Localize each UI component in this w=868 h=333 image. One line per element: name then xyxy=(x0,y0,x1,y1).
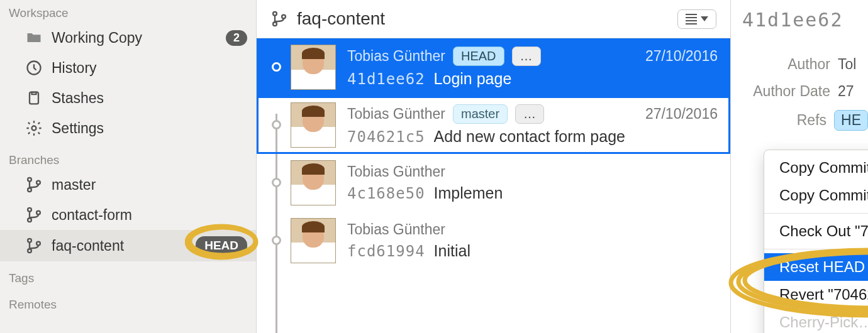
svg-point-11 xyxy=(36,242,40,246)
sidebar-section-workspace: Workspace xyxy=(0,3,256,23)
detail-date-value: 27 xyxy=(838,83,854,100)
detail-refs-label: Refs xyxy=(742,112,826,129)
sidebar-item-working-copy[interactable]: Working Copy 2 xyxy=(0,23,256,53)
commit-hash: fcd61994 xyxy=(347,243,425,260)
avatar xyxy=(291,218,336,263)
sidebar-label: master xyxy=(52,177,247,194)
sidebar-item-settings[interactable]: Settings xyxy=(0,113,256,143)
svg-point-2 xyxy=(32,126,36,131)
branch-icon xyxy=(270,10,288,28)
context-menu: Copy Commit Hash to Clipboard Copy Commi… xyxy=(764,150,868,333)
commit-message: Add new contact form page xyxy=(434,128,625,146)
sidebar-item-master[interactable]: master xyxy=(0,170,256,200)
chevron-down-icon xyxy=(701,16,708,21)
commit-date: 27/10/2016 xyxy=(645,48,718,65)
commit-message: Login page xyxy=(434,70,512,88)
svg-point-4 xyxy=(28,188,31,192)
clock-icon xyxy=(25,59,43,77)
head-badge: HEAD xyxy=(453,46,504,66)
ctx-checkout[interactable]: Check Out "704621c5" xyxy=(764,217,868,245)
commit-row[interactable]: Tobias Günther 4c168e50 Implemen xyxy=(257,154,730,212)
branch-icon xyxy=(25,237,43,254)
commit-hash: 704621c5 xyxy=(347,128,425,146)
svg-point-15 xyxy=(273,22,277,26)
ctx-copy-info[interactable]: Copy Commit Info to Clipboard xyxy=(764,182,868,209)
sidebar-label: Stashes xyxy=(52,90,247,107)
svg-point-6 xyxy=(28,208,31,212)
working-copy-badge: 2 xyxy=(226,30,247,46)
commit-author: Tobias Günther xyxy=(347,221,445,238)
commit-author: Tobias Günther xyxy=(347,163,445,180)
list-icon xyxy=(686,14,697,25)
sidebar-section-tags: Tags xyxy=(0,268,256,288)
panel-header: faq-content xyxy=(257,0,730,38)
commit-row[interactable]: Tobias Günther HEAD … 27/10/2016 41d1ee6… xyxy=(257,38,730,96)
view-mode-button[interactable] xyxy=(677,9,716,29)
sidebar-section-branches: Branches xyxy=(0,150,256,170)
svg-point-5 xyxy=(36,181,40,185)
sidebar-item-contact-form[interactable]: contact-form xyxy=(0,200,256,230)
commit-panel: faq-content Tobias Günther HEAD … 27/10/… xyxy=(257,0,731,333)
svg-point-8 xyxy=(36,211,40,215)
sidebar-item-faq-content[interactable]: faq-content HEAD xyxy=(0,230,256,261)
commit-hash: 41d1ee62 xyxy=(347,70,425,88)
sidebar-label: faq-content xyxy=(52,237,187,254)
ctx-revert[interactable]: Revert "704621c5"… xyxy=(764,281,868,308)
avatar xyxy=(291,102,336,148)
header-branch-name: faq-content xyxy=(297,9,385,29)
detail-date-label: Author Date xyxy=(742,83,830,100)
svg-point-3 xyxy=(28,178,31,182)
head-badge: HEAD xyxy=(196,236,247,255)
detail-author-label: Author xyxy=(742,56,830,73)
commit-row[interactable]: Tobias Günther fcd61994 Initial xyxy=(257,212,730,270)
ctx-copy-hash[interactable]: Copy Commit Hash to Clipboard xyxy=(764,154,868,182)
more-badge[interactable]: … xyxy=(512,46,541,66)
folder-icon xyxy=(25,29,43,46)
more-badge[interactable]: … xyxy=(515,104,544,124)
gear-icon xyxy=(25,119,43,137)
avatar xyxy=(291,160,336,205)
commit-list: Tobias Günther HEAD … 27/10/2016 41d1ee6… xyxy=(257,38,730,333)
svg-point-10 xyxy=(28,249,31,253)
branch-icon xyxy=(25,176,43,194)
branch-icon xyxy=(25,206,43,224)
sidebar-label: Settings xyxy=(52,120,247,137)
commit-message: Initial xyxy=(434,242,470,260)
svg-point-9 xyxy=(28,239,31,243)
master-badge: master xyxy=(453,104,508,124)
sidebar-section-remotes: Remotes xyxy=(0,294,256,314)
commit-date: 27/10/2016 xyxy=(645,106,718,123)
commit-author: Tobias Günther xyxy=(347,48,445,65)
ctx-cherry-pick[interactable]: Cherry-Pick… xyxy=(764,308,868,333)
sidebar-item-history[interactable]: History xyxy=(0,53,256,83)
sidebar-label: History xyxy=(52,60,247,77)
clipboard-icon xyxy=(25,89,43,107)
detail-hash: 41d1ee62 xyxy=(742,9,868,31)
svg-point-16 xyxy=(282,15,286,19)
commit-message: Implemen xyxy=(434,184,503,202)
commit-hash: 4c168e50 xyxy=(347,185,425,202)
svg-point-14 xyxy=(273,12,277,16)
commit-row[interactable]: Tobias Günther master … 27/10/2016 70462… xyxy=(257,96,730,154)
sidebar: Workspace Working Copy 2 History Stashes… xyxy=(0,0,257,333)
svg-point-7 xyxy=(28,218,31,222)
commit-author: Tobias Günther xyxy=(347,106,445,123)
avatar xyxy=(291,45,336,90)
ctx-reset[interactable]: Reset HEAD to "704621c5" xyxy=(764,253,868,281)
sidebar-label: contact-form xyxy=(52,207,247,224)
sidebar-item-stashes[interactable]: Stashes xyxy=(0,83,256,113)
sidebar-label: Working Copy xyxy=(52,30,217,46)
detail-refs-badge: HE xyxy=(834,110,868,131)
detail-author-value: Tol xyxy=(838,56,856,73)
